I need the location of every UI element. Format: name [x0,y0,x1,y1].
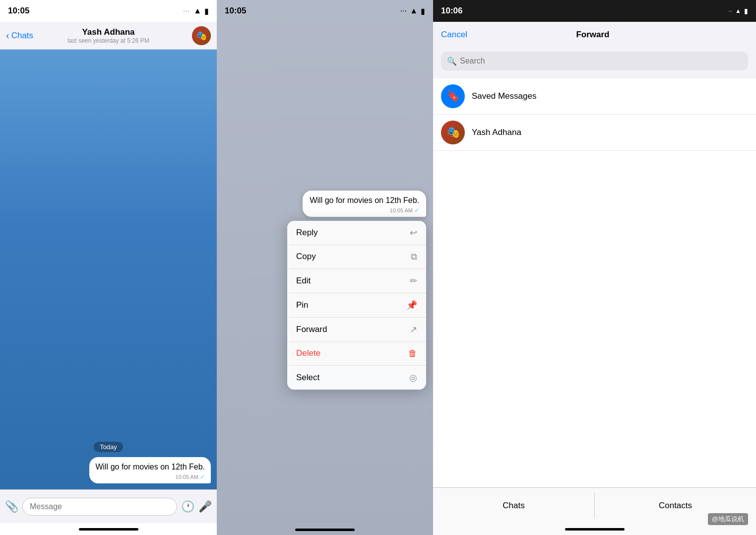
status-bar-chat: 10:05 ··· ▲ ▮ [0,0,217,22]
chat-panel: 10:05 ··· ▲ ▮ ‹ Chats Yash Adhana last s… [0,0,217,535]
forward-icon: ↗ [410,324,417,335]
preview-bubble: Will go for movies on 12th Feb. 10:05 AM… [303,191,426,217]
attach-icon[interactable]: 📎 [5,500,18,513]
status-icons-chat: ··· ▲ ▮ [184,6,209,16]
menu-home-bar [295,529,355,531]
menu-content: Will go for movies on 12th Feb. 10:05 AM… [217,191,433,390]
pin-icon: 📌 [406,300,417,311]
list-item-yash-adhana[interactable]: 🎭 Yash Adhana [433,115,756,151]
saved-messages-icon: 🔖 [446,90,460,103]
menu-item-copy[interactable]: Copy ⧉ [287,245,426,269]
fwd-signal-icon: ··· [728,8,732,14]
menu-signal-icon: ··· [400,6,407,15]
home-indicator [0,523,217,535]
menu-item-delete[interactable]: Delete 🗑 [287,342,426,366]
preview-check-icon: ✓ [414,207,419,214]
search-bar[interactable]: 🔍 [441,52,748,70]
menu-label-select: Select [296,373,319,383]
forward-panel: 10:06 ··· ▲ ▮ Cancel Forward 🔍 🔖 Save [433,0,756,535]
avatar[interactable]: 🎭 [192,26,211,45]
menu-item-edit[interactable]: Edit ✏ [287,269,426,293]
message-time: 10:05 AM [176,474,198,480]
menu-label-pin: Pin [296,300,309,310]
forward-title: Forward [576,30,609,40]
back-chevron-icon: ‹ [6,30,9,41]
chat-background: Today Will go for movies on 12th Feb. 10… [0,50,217,489]
tab-chats[interactable]: Chats [433,493,595,519]
contacts-tab-label: Contacts [659,501,692,510]
signal-icon: ··· [184,8,190,14]
message-input[interactable] [22,498,177,516]
chats-tab-label: Chats [503,501,524,510]
nav-bar-chat: ‹ Chats Yash Adhana last seen yesterday … [0,22,217,50]
read-receipt-icon: ✓ [200,473,205,480]
message-text: Will go for movies on 12th Feb. [95,462,205,472]
fwd-battery-icon: ▮ [744,7,748,15]
yash-avatar-icon: 🎭 [446,126,460,139]
menu-wifi-icon: ▲ [410,6,418,15]
yash-avatar: 🎭 [441,121,465,144]
today-label: Today [94,442,123,452]
contact-name: Yash Adhana [67,27,149,37]
status-bar-menu: 10:05 ··· ▲ ▮ [217,0,433,22]
menu-item-select[interactable]: Select ◎ [287,366,426,390]
message-bubble[interactable]: Will go for movies on 12th Feb. 10:05 AM… [89,457,211,483]
preview-message-text: Will go for movies on 12th Feb. [310,196,419,206]
reply-icon: ↩ [410,227,417,238]
search-icon: 🔍 [447,57,457,66]
menu-label-edit: Edit [296,276,311,286]
menu-status-icons: ··· ▲ ▮ [400,6,425,16]
avatar-image: 🎭 [192,26,211,45]
context-menu: Reply ↩ Copy ⧉ Edit ✏ Pin 📌 Forward ↗ De… [287,221,426,390]
back-label[interactable]: Chats [11,31,33,41]
status-time-chat: 10:05 [8,6,29,16]
today-badge: Today [0,442,217,452]
search-input[interactable] [460,57,742,66]
status-bar-forward: 10:06 ··· ▲ ▮ [433,0,756,22]
menu-item-reply[interactable]: Reply ↩ [287,221,426,245]
menu-item-pin[interactable]: Pin 📌 [287,293,426,318]
preview-time: 10:05 AM [390,207,413,213]
watermark: @地瓜说机 [708,513,748,525]
forward-home-indicator [433,523,756,535]
preview-meta: 10:05 AM ✓ [310,207,419,214]
context-menu-panel: 10:05 ··· ▲ ▮ Will go for movies on 12th… [217,0,433,535]
message-meta: 10:05 AM ✓ [95,473,205,480]
menu-label-copy: Copy [296,252,316,262]
forward-nav: Cancel Forward [433,22,756,48]
fwd-status-icons: ··· ▲ ▮ [728,7,748,15]
status-time-menu: 10:05 [225,6,246,16]
home-bar [79,528,138,531]
menu-label-reply: Reply [296,228,317,238]
forward-contacts-list: 🔖 Saved Messages 🎭 Yash Adhana [433,78,756,487]
nav-center: Yash Adhana last seen yesterday at 5:26 … [67,27,149,44]
emoji-icon[interactable]: 🕐 [181,500,194,513]
saved-messages-avatar: 🔖 [441,84,465,108]
fwd-home-bar [565,528,625,531]
copy-icon: ⧉ [411,252,417,262]
menu-label-forward: Forward [296,325,327,334]
edit-icon: ✏ [410,275,417,286]
input-bar: 📎 🕐 🎤 [0,489,217,523]
message-row: Will go for movies on 12th Feb. 10:05 AM… [0,457,217,483]
mic-icon[interactable]: 🎤 [198,500,212,513]
menu-battery-icon: ▮ [421,6,425,16]
status-time-forward: 10:06 [441,6,462,16]
select-icon: ◎ [409,372,417,383]
delete-icon: 🗑 [408,348,417,359]
cancel-button[interactable]: Cancel [441,30,467,40]
saved-messages-label: Saved Messages [472,91,536,101]
wifi-icon: ▲ [193,6,201,15]
menu-item-forward[interactable]: Forward ↗ [287,318,426,342]
yash-adhana-label: Yash Adhana [472,128,521,137]
back-button[interactable]: ‹ Chats [6,30,33,41]
battery-icon: ▮ [204,6,209,16]
forward-panel-outer: 10:06 ··· ▲ ▮ Cancel Forward 🔍 🔖 Save [433,0,756,535]
menu-home-indicator [217,529,433,531]
fwd-wifi-icon: ▲ [735,7,741,14]
list-item-saved-messages[interactable]: 🔖 Saved Messages [433,78,756,115]
contact-status: last seen yesterday at 5:26 PM [67,37,149,44]
menu-label-delete: Delete [296,348,320,358]
